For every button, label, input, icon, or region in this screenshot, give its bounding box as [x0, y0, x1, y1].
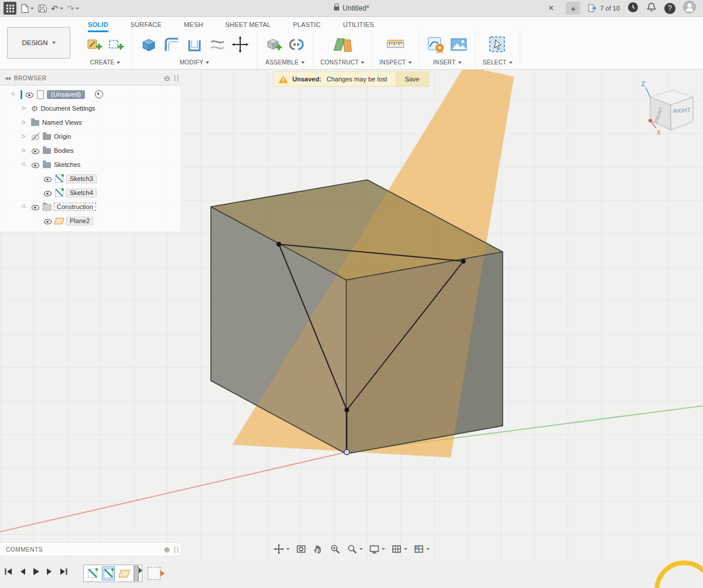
tree-item-label[interactable]: Sketches [54, 161, 80, 168]
create-sketch-icon[interactable] [86, 36, 103, 56]
new-component-icon[interactable] [264, 35, 283, 56]
tree-item-bodies[interactable]: ▷ Bodies [0, 143, 180, 158]
visibility-eye-icon[interactable] [43, 189, 52, 197]
avatar[interactable] [683, 1, 696, 16]
zoom-icon[interactable] [330, 543, 341, 555]
activate-component-icon[interactable] [95, 90, 103, 98]
visibility-eye-icon[interactable] [31, 161, 40, 169]
select-tool-icon[interactable] [488, 35, 507, 56]
origin-point[interactable] [344, 450, 350, 455]
insert-svg-icon[interactable]: SVG [426, 35, 445, 56]
panel-grip[interactable] [175, 75, 178, 81]
tree-item-label[interactable]: Bodies [54, 147, 74, 154]
new-tab-icon[interactable]: + [566, 2, 580, 15]
help-icon[interactable]: ? [664, 3, 675, 14]
collapse-panel-icon[interactable]: ◀◀ [5, 76, 10, 81]
tree-item-document-settings[interactable]: ▷ ⚙ Document Settings [0, 101, 180, 115]
file-menu-icon[interactable] [21, 1, 34, 15]
joint-icon[interactable] [287, 35, 306, 56]
tree-item-label[interactable]: (Unsaved) [47, 90, 85, 99]
design-workspace-menu[interactable]: DESIGN [7, 27, 70, 59]
tree-item-named-views[interactable]: ▷ Named Views [0, 115, 180, 129]
close-tab-icon[interactable]: × [548, 3, 554, 13]
tree-item-sketches[interactable]: ▷ Sketches [0, 158, 180, 172]
visibility-eye-icon[interactable] [43, 217, 52, 225]
orbit-icon[interactable] [274, 543, 290, 555]
fit-view-icon[interactable] [296, 543, 307, 555]
hide-panel-icon[interactable]: ⊖ [164, 74, 171, 82]
expand-arrow-icon[interactable]: ▷ [20, 148, 28, 153]
fillet-icon[interactable] [162, 35, 181, 56]
visibility-eye-icon[interactable] [31, 203, 40, 211]
expand-arrow-icon[interactable]: ▷ [19, 160, 29, 169]
group-construct: CONSTRUCT [313, 31, 372, 69]
save-icon[interactable] [38, 1, 47, 15]
timeline-feature-sketch-selected[interactable] [102, 566, 115, 580]
loft-icon[interactable] [208, 35, 227, 56]
expand-arrow-icon[interactable]: ▷ [20, 134, 28, 139]
skip-to-end-icon[interactable] [59, 567, 69, 579]
pan-hand-icon[interactable] [313, 543, 324, 555]
timeline-feature-sketch[interactable] [87, 567, 98, 580]
shell-icon[interactable] [185, 35, 204, 56]
insert-canvas-image-icon[interactable] [449, 36, 468, 56]
tree-item-label[interactable]: Origin [54, 133, 71, 140]
tree-item-sketch4[interactable]: Sketch4 [0, 186, 180, 200]
app-launcher-icon[interactable] [4, 2, 16, 15]
move-icon[interactable] [231, 35, 250, 56]
expand-arrow-icon[interactable]: ▷ [19, 202, 29, 211]
measure-icon[interactable] [385, 35, 405, 56]
group-assemble-label[interactable]: ASSEMBLE [265, 59, 298, 66]
step-forward-icon[interactable] [46, 567, 54, 579]
tree-item-label[interactable]: Document Settings [41, 105, 95, 112]
tree-item-label[interactable]: Sketch4 [66, 189, 97, 197]
tree-item-sketch3[interactable]: Sketch3 [0, 172, 180, 186]
save-button[interactable]: Save [395, 72, 429, 86]
group-modify-label[interactable]: MODIFY [180, 59, 204, 66]
add-comment-icon[interactable]: ⊕ [164, 546, 171, 553]
expand-arrow-icon[interactable]: ▷ [20, 120, 28, 125]
job-status[interactable]: 7 of 10 [588, 4, 620, 13]
history-clock-icon[interactable] [627, 2, 639, 15]
tree-item-construction[interactable]: ▷ Construction [0, 200, 180, 214]
expand-arrow-icon[interactable]: ▷ [20, 106, 28, 111]
tree-item-label[interactable]: Named Views [42, 119, 82, 126]
create-base-feature-icon[interactable] [107, 36, 125, 56]
tree-item-label[interactable]: Construction [54, 203, 96, 211]
viewcube[interactable]: Z FRONT RIGHT X [637, 78, 698, 141]
timeline-feature-plane[interactable] [118, 567, 130, 580]
construction-plane-icon[interactable] [333, 35, 353, 56]
timeline-end-widget[interactable] [148, 567, 161, 580]
visibility-eye-icon[interactable] [43, 175, 52, 183]
comments-bar[interactable]: COMMENTS ⊕ [0, 542, 180, 556]
visibility-eye-icon[interactable] [25, 91, 34, 98]
timeline-marker[interactable] [134, 566, 139, 581]
grid-settings-icon[interactable] [391, 543, 408, 555]
panel-grip[interactable] [175, 546, 178, 553]
group-inspect-label[interactable]: INSPECT [379, 59, 405, 66]
tree-item-plane2[interactable]: Plane2 [0, 214, 180, 228]
group-insert-label[interactable]: INSERT [433, 59, 455, 66]
redo-icon[interactable]: ↷ [67, 1, 80, 15]
notifications-bell-icon[interactable] [646, 2, 657, 15]
undo-icon[interactable]: ↶ [51, 1, 63, 15]
visibility-eye-off-icon[interactable] [31, 133, 40, 141]
browser-header[interactable]: ◀◀ BROWSER ⊖ [0, 71, 180, 86]
visibility-eye-icon[interactable] [31, 147, 40, 155]
tree-item-origin[interactable]: ▷ Origin [0, 129, 180, 143]
skip-to-start-icon[interactable] [4, 567, 13, 579]
group-construct-label[interactable]: CONSTRUCT [320, 59, 359, 66]
display-settings-icon[interactable] [369, 543, 385, 555]
zoom-options-icon[interactable] [347, 543, 363, 555]
tree-item-root[interactable]: ▷ (Unsaved) [0, 87, 180, 101]
press-pull-icon[interactable] [139, 35, 158, 56]
step-back-icon[interactable] [18, 567, 26, 579]
group-create-label[interactable]: CREATE [90, 59, 115, 66]
tree-item-label[interactable]: Plane2 [66, 217, 93, 225]
tree-item-label[interactable]: Sketch3 [66, 175, 97, 183]
play-icon[interactable] [32, 567, 40, 579]
expand-arrow-icon[interactable]: ▷ [9, 90, 18, 99]
viewport-layout-icon[interactable] [414, 543, 430, 555]
group-select-label[interactable]: SELECT [483, 59, 507, 66]
warning-triangle-icon [278, 75, 288, 84]
